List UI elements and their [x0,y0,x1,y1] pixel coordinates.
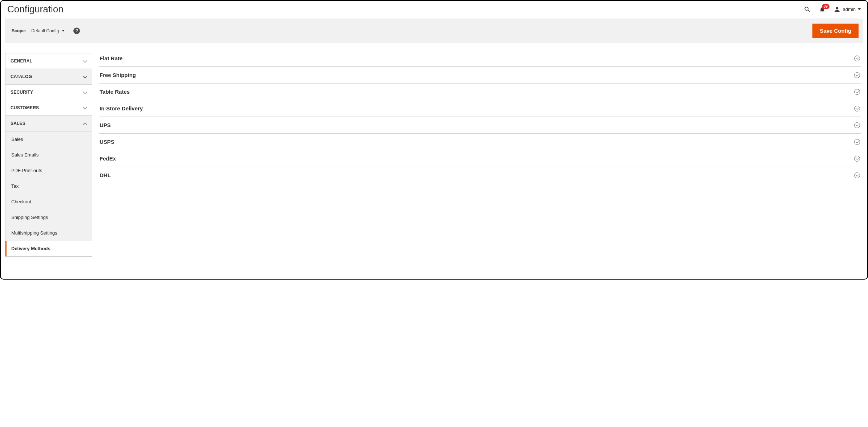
section-fedex[interactable]: FedEx [99,150,861,167]
help-icon[interactable]: ? [73,28,80,34]
expand-icon [854,72,860,78]
sidebar-tab-security[interactable]: SECURITY [5,85,92,100]
sidebar-item-sales-emails[interactable]: Sales Emails [5,147,92,163]
scope-left: Scope: Default Config ? [9,28,80,34]
section-ups[interactable]: UPS [99,117,861,134]
caret-down-icon [858,8,861,10]
sidebar-tab-label: GENERAL [11,58,32,64]
sidebar-tab-label: SALES [11,121,25,126]
scope-bar: Scope: Default Config ? Save Config [5,19,863,43]
sidebar-item-shipping-settings[interactable]: Shipping Settings [5,210,92,225]
expand-icon [854,156,860,162]
user-name-label: admin [843,7,856,12]
expand-icon [854,139,860,145]
user-icon [833,6,841,13]
main-panel: Flat Rate Free Shipping Table Rates In-S… [99,53,863,257]
content-wrapper: GENERAL CATALOG SECURITY CUSTOMERS SALES… [1,43,867,261]
notification-badge: 39 [822,4,829,9]
scope-label: Scope: [12,28,26,33]
save-config-button[interactable]: Save Config [812,24,859,38]
chevron-down-icon [83,106,87,110]
notifications-icon[interactable]: 39 [819,6,825,13]
sidebar-tab-label: CUSTOMERS [11,105,39,110]
sidebar-item-sales[interactable]: Sales [5,131,92,147]
section-title: USPS [100,139,114,145]
sales-subitems: Sales Sales Emails PDF Print-outs Tax Ch… [5,131,92,256]
sidebar-tab-label: SECURITY [11,90,33,95]
section-free-shipping[interactable]: Free Shipping [99,67,861,84]
expand-icon [854,56,860,61]
scope-selector[interactable]: Default Config [31,28,65,33]
search-icon[interactable] [804,6,811,13]
section-title: UPS [100,122,111,128]
expand-icon [854,122,860,128]
chevron-down-icon [83,75,87,78]
header-actions: 39 admin [804,6,861,13]
page-header: Configuration 39 admin [1,1,867,19]
sidebar-item-checkout[interactable]: Checkout [5,194,92,210]
scope-selected-value: Default Config [31,28,59,33]
sidebar-tab-label: CATALOG [11,74,32,79]
expand-icon [854,89,860,95]
user-menu[interactable]: admin [833,6,861,13]
chevron-down-icon [83,59,87,63]
sidebar-tab-catalog[interactable]: CATALOG [5,69,92,85]
sidebar-tab-general[interactable]: GENERAL [5,53,92,69]
section-title: FedEx [100,155,116,162]
section-title: Free Shipping [100,72,136,78]
sidebar-tab-sales[interactable]: SALES [5,116,92,131]
section-title: Flat Rate [100,55,122,61]
expand-icon [854,106,860,111]
config-sidebar: GENERAL CATALOG SECURITY CUSTOMERS SALES… [5,53,92,257]
section-title: In-Store Delivery [100,105,143,111]
sidebar-item-tax[interactable]: Tax [5,178,92,194]
sidebar-tab-customers[interactable]: CUSTOMERS [5,100,92,116]
chevron-up-icon [83,122,87,125]
section-flat-rate[interactable]: Flat Rate [99,53,861,67]
section-title: DHL [100,172,111,178]
section-in-store-delivery[interactable]: In-Store Delivery [99,100,861,117]
section-dhl[interactable]: DHL [99,167,861,183]
section-title: Table Rates [100,89,130,95]
section-usps[interactable]: USPS [99,134,861,150]
sidebar-item-pdf-printouts[interactable]: PDF Print-outs [5,163,92,178]
section-table-rates[interactable]: Table Rates [99,84,861,100]
expand-icon [854,172,860,178]
page-title: Configuration [7,4,64,15]
sidebar-item-multishipping-settings[interactable]: Multishipping Settings [5,225,92,241]
sidebar-item-delivery-methods[interactable]: Delivery Methods [5,241,92,256]
caret-down-icon [62,30,65,32]
chevron-down-icon [83,90,87,94]
